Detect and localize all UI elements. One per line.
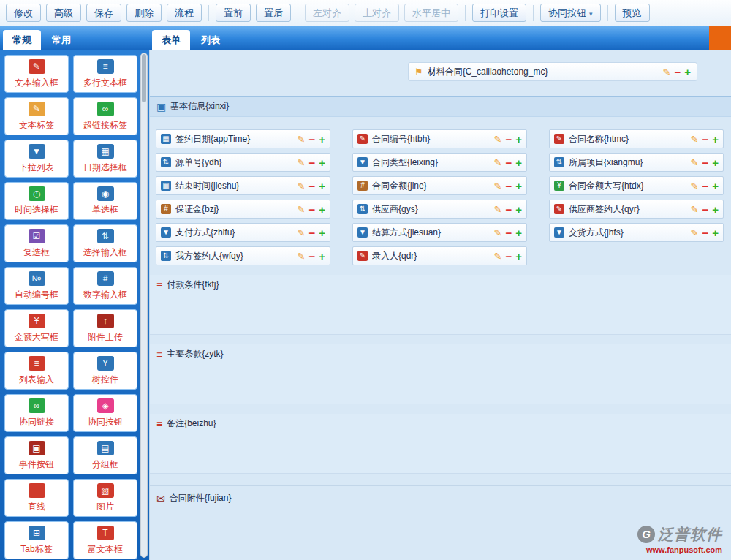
remove-icon[interactable]: − (702, 204, 708, 215)
remove-icon[interactable]: − (505, 227, 512, 238)
remove-icon[interactable]: − (308, 251, 315, 262)
field-htmc[interactable]: ✎合同名称{htmc}✎−+ (549, 129, 724, 148)
tool-attachment-upload[interactable]: ↑附件上传 (73, 309, 137, 347)
toolbar-button-print-settings[interactable]: 打印设置 (472, 4, 526, 22)
remove-icon[interactable]: − (308, 134, 315, 145)
field-jieshu[interactable]: ▦结束时间{jieshu}✎−+ (156, 176, 330, 195)
sidebar-tab-general[interactable]: 常规 (3, 30, 41, 50)
form-title-field[interactable]: ⚑ 材料合同{C_cailiaohetong_mc} ✎ − + (408, 62, 697, 81)
edit-icon[interactable]: ✎ (691, 158, 699, 167)
field-bzj[interactable]: #保证金{bzj}✎−+ (156, 200, 330, 219)
field-htdx[interactable]: ¥合同金额大写{htdx}✎−+ (549, 176, 724, 195)
tool-time-picker[interactable]: ◷时间选择框 (4, 182, 69, 220)
toolbar-button-preview[interactable]: 预览 (615, 4, 650, 22)
tool-text-input[interactable]: ✎文本输入框 (4, 55, 69, 93)
field-wfqy[interactable]: ⇅我方签约人{wfqy}✎−+ (156, 246, 330, 265)
tool-checkbox[interactable]: ☑复选框 (4, 224, 69, 262)
group-header-xinxi[interactable]: ▣ 基本信息{xinxi} (150, 96, 731, 117)
add-icon[interactable]: + (712, 181, 719, 192)
remove-icon[interactable]: − (308, 227, 315, 238)
add-icon[interactable]: + (515, 227, 522, 238)
remove-icon[interactable]: − (308, 157, 315, 168)
tool-rich-text[interactable]: T富文本框 (73, 521, 137, 559)
add-icon[interactable]: + (319, 157, 325, 168)
tool-dropdown-list[interactable]: ▼下拉列表 (4, 140, 69, 178)
edit-icon[interactable]: ✎ (494, 228, 502, 238)
tool-amount-words[interactable]: ¥金额大写框 (4, 309, 69, 347)
textarea-zytk[interactable]: ≡主要条款{zytk} (150, 344, 731, 404)
tool-group-box[interactable]: ▤分组框 (73, 436, 137, 474)
tool-event-button[interactable]: ▣事件按钮 (4, 436, 69, 474)
add-icon[interactable]: + (515, 157, 522, 168)
edit-icon[interactable]: ✎ (298, 135, 306, 144)
tool-collab-button[interactable]: ◈协同按钮 (73, 394, 137, 432)
toolbar-button-delete[interactable]: 删除 (126, 4, 162, 22)
toolbar-button-collab-button[interactable]: 协同按钮▾ (540, 4, 601, 22)
tool-line[interactable]: —直线 (4, 479, 69, 517)
tool-radio[interactable]: ◉单选框 (73, 182, 137, 220)
add-icon[interactable]: + (712, 227, 719, 238)
sidebar-scrollbar[interactable] (140, 53, 148, 558)
add-icon[interactable]: + (515, 134, 522, 145)
tool-number-input[interactable]: #数字输入框 (73, 267, 137, 305)
attachment-section[interactable]: ✉ 合同附件{fujian} (150, 485, 731, 510)
field-ydh[interactable]: ⇅源单号{ydh}✎−+ (156, 153, 330, 172)
tool-list-input[interactable]: ≡列表输入 (4, 352, 69, 390)
edit-icon[interactable]: ✎ (298, 158, 306, 167)
edit-icon[interactable]: ✎ (298, 181, 306, 191)
field-zhifu[interactable]: ▼支付方式{zhifu}✎−+ (156, 223, 330, 242)
edit-icon[interactable]: ✎ (494, 205, 502, 214)
remove-icon[interactable]: − (505, 204, 512, 215)
textarea-beizhu[interactable]: ≡备注{beizhu} (150, 414, 731, 474)
main-tab-form[interactable]: 表单 (152, 30, 190, 50)
add-icon[interactable]: + (515, 181, 522, 192)
toolbar-button-save[interactable]: 保存 (86, 4, 121, 22)
field-qdr[interactable]: ✎录入人{qdr}✎−+ (352, 246, 527, 265)
edit-icon[interactable]: ✎ (298, 205, 306, 214)
edit-icon[interactable]: ✎ (494, 135, 502, 144)
field-qyr[interactable]: ✎供应商签约人{qyr}✎−+ (549, 200, 724, 219)
edit-icon[interactable]: ✎ (691, 181, 699, 191)
remove-icon[interactable]: − (702, 134, 708, 145)
edit-icon[interactable]: ✎ (691, 228, 699, 238)
edit-icon[interactable]: ✎ (494, 251, 502, 261)
remove-icon[interactable]: − (702, 227, 708, 238)
add-icon[interactable]: + (319, 204, 325, 215)
add-icon[interactable]: + (712, 157, 719, 168)
remove-icon[interactable]: − (308, 181, 315, 192)
toolbar-button-send-back[interactable]: 置后 (256, 4, 291, 22)
add-icon[interactable]: + (319, 181, 325, 192)
main-tab-list[interactable]: 列表 (192, 30, 230, 50)
tool-auto-number[interactable]: №自动编号框 (4, 267, 69, 305)
field-xiangmu[interactable]: ⇅所属项目{xiangmu}✎−+ (549, 153, 724, 172)
tool-select-input[interactable]: ⇅选择输入框 (73, 224, 137, 262)
edit-icon[interactable]: ✎ (691, 135, 699, 144)
edit-icon[interactable]: ✎ (494, 158, 502, 167)
tool-image[interactable]: ▨图片 (73, 479, 137, 517)
add-icon[interactable]: + (515, 251, 522, 262)
toolbar-button-modify[interactable]: 修改 (6, 4, 41, 22)
field-appTime[interactable]: ▦签约日期{appTime}✎−+ (156, 129, 330, 148)
remove-icon[interactable]: − (505, 181, 512, 192)
remove-icon[interactable]: − (505, 251, 512, 262)
remove-icon[interactable]: − (505, 157, 512, 168)
edit-icon[interactable]: ✎ (298, 228, 306, 238)
remove-icon[interactable]: − (674, 67, 681, 77)
remove-icon[interactable]: − (702, 181, 708, 192)
add-icon[interactable]: + (515, 204, 522, 215)
field-leixing[interactable]: ▼合同类型{leixing}✎−+ (352, 153, 527, 172)
add-icon[interactable]: + (319, 251, 325, 262)
edit-icon[interactable]: ✎ (298, 251, 306, 261)
field-gys[interactable]: ⇅供应商{gys}✎−+ (352, 200, 527, 219)
field-jiesuan[interactable]: ▼结算方式{jiesuan}✎−+ (352, 223, 527, 242)
toolbar-button-bring-front[interactable]: 置前 (216, 4, 251, 22)
add-icon[interactable]: + (684, 67, 691, 77)
edit-icon[interactable]: ✎ (691, 205, 699, 214)
toolbar-button-flow[interactable]: 流程 (167, 4, 202, 22)
field-jhfs[interactable]: ▼交货方式{jhfs}✎−+ (549, 223, 724, 242)
add-icon[interactable]: + (319, 227, 325, 238)
field-htbh[interactable]: ✎合同编号{htbh}✎−+ (352, 129, 527, 148)
tool-multiline-text[interactable]: ≡多行文本框 (73, 55, 137, 93)
tool-text-label[interactable]: ✎文本标签 (4, 97, 69, 135)
scrollbar-thumb[interactable] (142, 54, 146, 102)
